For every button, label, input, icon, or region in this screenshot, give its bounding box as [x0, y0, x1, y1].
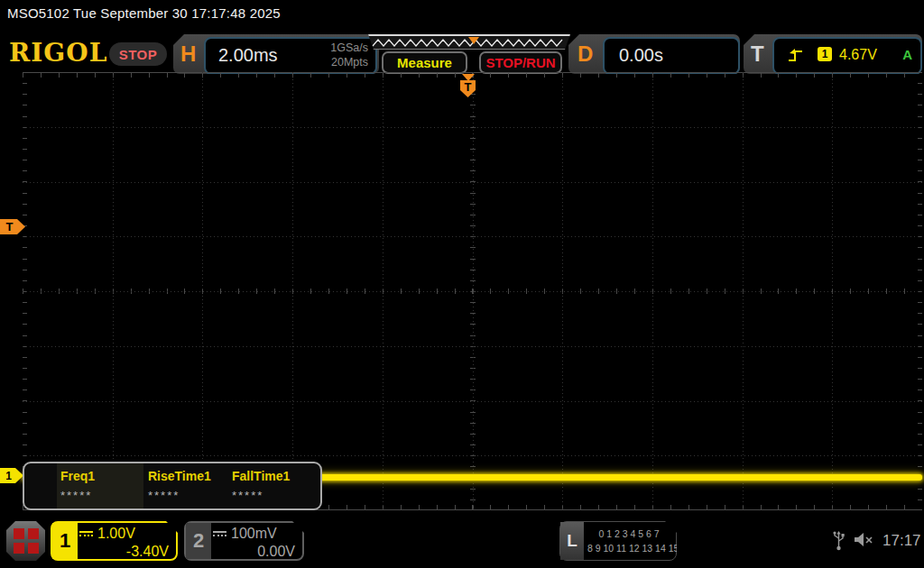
measurement-label: Freq1	[60, 469, 95, 483]
rising-edge-trigger-icon	[787, 46, 805, 64]
acquisition-status-badge: STOP	[109, 42, 167, 66]
measure-button[interactable]: Measure	[382, 51, 467, 74]
measurement-item: FallTime1 *****	[232, 469, 290, 502]
horizontal-label: H	[180, 41, 196, 67]
measurement-value: *****	[60, 489, 95, 502]
delay-label: D	[578, 41, 593, 67]
stop-run-button[interactable]: STOP/RUN	[479, 51, 562, 74]
horizontal-settings-block[interactable]: H 2.00ms 1GSa/s 20Mpts	[173, 34, 379, 74]
delay-settings-block[interactable]: D 0.00s	[568, 34, 740, 74]
usb-icon	[832, 530, 845, 552]
sample-rate-memdepth: 1GSa/s 20Mpts	[330, 41, 368, 69]
titlebar-text: MSO5102 Tue September 30 17:17:48 2025	[7, 5, 281, 21]
timebase-value: 2.00ms	[218, 45, 278, 66]
grid-line-horizontal	[23, 236, 922, 237]
measurement-item: RiseTime1 *****	[148, 469, 211, 502]
trigger-valuebox[interactable]: 1 4.67V A	[772, 37, 922, 75]
channel2-status-block[interactable]: 2 100mV 0.00V	[184, 521, 304, 561]
menu-grid-icon	[12, 527, 41, 555]
grid-line-horizontal	[23, 182, 922, 183]
trigger-level-value: 4.67V	[839, 47, 877, 63]
sample-rate: 1GSa/s	[330, 41, 368, 55]
trigger-position-marker[interactable]: T	[460, 74, 476, 97]
measurement-label: FallTime1	[232, 469, 290, 483]
channel1-offset: -3.40V	[79, 543, 169, 561]
grid-line-horizontal	[23, 455, 922, 456]
trigger-settings-block[interactable]: T 1 4.67V A	[744, 34, 922, 74]
rigol-logo: RIGOL	[9, 38, 107, 68]
channel1-status-block[interactable]: 1 1.00V -3.40V	[51, 521, 178, 561]
menu-grid-button[interactable]	[6, 521, 45, 561]
grid-line-horizontal	[23, 291, 922, 292]
clock: 17:17	[882, 532, 921, 550]
measurement-label: RiseTime1	[148, 469, 211, 483]
trigger-position-triangle-icon	[462, 74, 475, 81]
measurement-value: *****	[148, 489, 211, 502]
trigger-sweep-mode: A	[902, 47, 912, 62]
grid-line-horizontal	[23, 401, 922, 402]
grid-line-horizontal	[23, 346, 922, 347]
measurement-value: *****	[232, 489, 290, 502]
memory-depth: 20Mpts	[330, 55, 368, 69]
channel2-offset: 0.00V	[213, 543, 295, 561]
logic-analyzer-tab: L	[560, 522, 584, 560]
measurement-item: Freq1 *****	[60, 469, 95, 502]
trigger-level-marker[interactable]: T	[0, 219, 25, 234]
channel1-number-tab: 1	[52, 523, 78, 559]
oscilloscope-screen: MSO5102 Tue September 30 17:17:48 2025 R…	[0, 0, 924, 568]
waveform-memory-preview[interactable]	[368, 34, 570, 50]
channel2-number-tab: 2	[186, 523, 211, 559]
logic-channel-numbers: 0 1 2 3 4 5 6 7 8 9 10 11 12 13 14 15	[587, 527, 670, 555]
delay-value: 0.00s	[619, 45, 663, 66]
delay-valuebox[interactable]: 0.00s	[603, 37, 740, 75]
channel1-scale: 1.00V	[97, 525, 135, 543]
channel1-values: 1.00V -3.40V	[79, 525, 169, 561]
speaker-muted-icon[interactable]	[854, 532, 875, 548]
channel1-position-marker[interactable]: 1	[0, 468, 23, 483]
logic-row-2: 8 9 10 11 12 13 14 15	[587, 541, 670, 555]
trigger-position-tag: T	[460, 80, 476, 97]
channel2-scale: 100mV	[231, 525, 277, 543]
logic-row-1: 0 1 2 3 4 5 6 7	[587, 527, 670, 541]
measurement-results-popup[interactable]: Freq1 ***** RiseTime1 ***** FallTime1 **…	[23, 462, 322, 510]
trigger-source-badge: 1	[818, 47, 832, 61]
timebase-valuebox[interactable]: 2.00ms 1GSa/s 20Mpts	[204, 37, 377, 75]
graticule	[23, 72, 922, 510]
grid-line-horizontal	[23, 127, 922, 128]
dc-coupling-icon	[79, 531, 93, 540]
preview-trigger-marker-icon	[468, 37, 479, 44]
channel2-values: 100mV 0.00V	[213, 525, 295, 561]
dc-coupling-icon	[213, 531, 226, 540]
logic-analyzer-block[interactable]: L 0 1 2 3 4 5 6 7 8 9 10 11 12 13 14 15	[559, 521, 677, 561]
trigger-label: T	[751, 41, 764, 67]
